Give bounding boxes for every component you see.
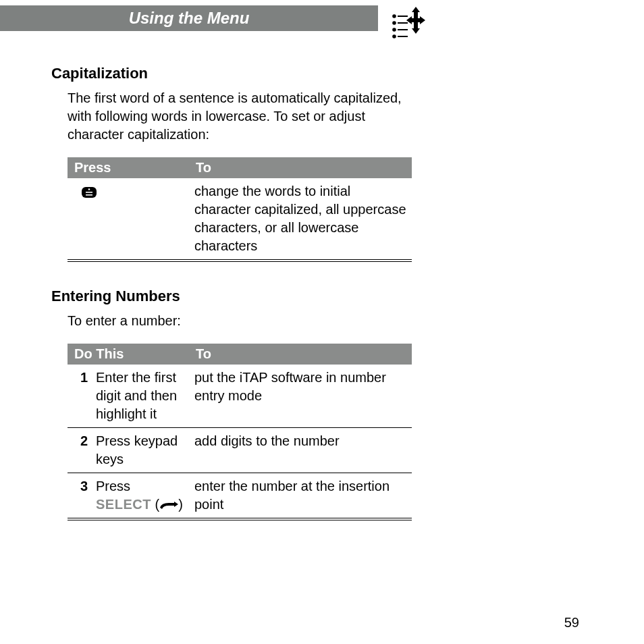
cell-do: Press keypad keys: [90, 432, 184, 468]
svg-point-0: [393, 15, 396, 18]
cell-to: add digits to the number: [189, 428, 412, 473]
header-title: Using the Menu: [0, 5, 378, 31]
step-number: 1: [73, 369, 90, 423]
svg-point-2: [393, 22, 396, 24]
navigation-list-icon: [390, 7, 427, 39]
svg-point-4: [393, 28, 396, 31]
svg-point-6: [393, 35, 396, 38]
svg-marker-8: [412, 7, 420, 12]
step-number: 2: [73, 432, 90, 468]
page-header: Using the Menu: [0, 0, 644, 47]
table-row: 1 Enter the first digit and then highlig…: [68, 365, 412, 428]
table-header-row: Press To: [68, 157, 412, 178]
cell-to: enter the number at the insertion point: [189, 473, 412, 520]
cell-do: Enter the first digit and then highlight…: [90, 369, 184, 423]
svg-rect-16: [86, 192, 92, 193]
cell-do: Press SELECT (): [90, 477, 184, 514]
header-to: To: [189, 157, 412, 178]
svg-rect-17: [86, 194, 92, 196]
table-entering-numbers: Do This To 1 Enter the first digit and t…: [68, 344, 412, 520]
softkey-label: SELECT: [96, 497, 151, 512]
page-number: 59: [564, 615, 579, 630]
header-to: To: [189, 344, 412, 365]
intro-capitalization: The first word of a sentence is automati…: [68, 89, 419, 144]
table-capitalization: Press To change the words to initial cha: [68, 157, 412, 262]
page-content: Capitalization The first word of a sente…: [0, 47, 644, 520]
right-softkey-icon: [159, 502, 178, 510]
table-row: change the words to initial character ca…: [68, 178, 412, 261]
intro-entering-numbers: To enter a number:: [68, 312, 419, 330]
svg-rect-13: [409, 18, 423, 22]
table-row: 3 Press SELECT () enter the number at th…: [68, 473, 412, 520]
svg-point-15: [88, 188, 90, 190]
table-header-row: Do This To: [68, 344, 412, 365]
svg-marker-9: [412, 28, 420, 34]
heading-capitalization: Capitalization: [51, 65, 593, 82]
cell-to: change the words to initial character ca…: [189, 178, 412, 261]
step-number: 3: [73, 477, 90, 514]
table-row: 2 Press keypad keys add digits to the nu…: [68, 428, 412, 473]
header-press: Press: [68, 157, 189, 178]
heading-entering-numbers: Entering Numbers: [51, 288, 593, 305]
menu-key-icon: [81, 186, 97, 198]
cell-to: put the iTAP software in number entry mo…: [189, 365, 412, 428]
header-do-this: Do This: [68, 344, 189, 365]
